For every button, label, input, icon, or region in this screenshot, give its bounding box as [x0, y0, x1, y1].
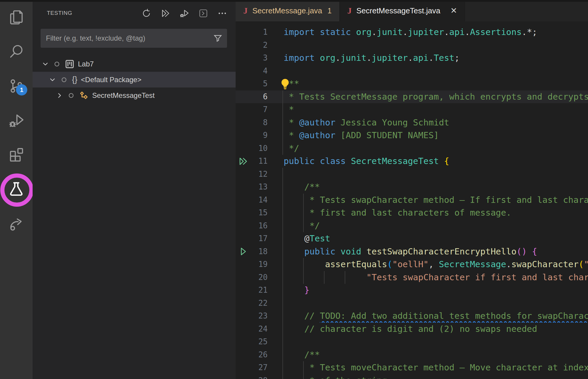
code-line-10[interactable]: 10 */: [236, 142, 588, 155]
close-tab-icon[interactable]: ✕: [450, 6, 457, 15]
test-filter-input[interactable]: [41, 34, 213, 42]
code-line-3[interactable]: 3import org.junit.jupiter.api.Test;: [236, 52, 588, 65]
gutter: [236, 323, 251, 336]
tree-item--default-package-[interactable]: {}<Default Package>: [33, 72, 236, 87]
extensions-icon: [8, 147, 24, 163]
code-text: // character is digit and (2) no swaps n…: [268, 323, 588, 336]
code-text: @Test: [268, 232, 588, 245]
indent-guide: [282, 168, 283, 181]
gutter: [236, 181, 251, 194]
window-top-edge: [0, 0, 588, 2]
code-line-22[interactable]: 22: [236, 297, 588, 310]
code-line-7[interactable]: 7 *: [236, 103, 588, 116]
code-line-27[interactable]: 27 * Tests moveCharacter method – Move c…: [236, 361, 588, 374]
code-editor[interactable]: 1import static org.junit.jupiter.api.Ass…: [236, 21, 588, 379]
code-line-13[interactable]: 13 /**: [236, 181, 588, 194]
sidebar-title: TESTING: [47, 10, 72, 16]
line-number: 16: [251, 219, 268, 233]
indent-guide: [282, 181, 283, 194]
testing-sidebar: TESTING Lab7{}<Default Package>SecretMes…: [33, 0, 236, 379]
code-text: import static org.junit.jupiter.api.Asse…: [268, 26, 588, 39]
tree-item-label: <Default Package>: [81, 76, 141, 84]
debug-all-tests-button[interactable]: [179, 8, 189, 18]
activity-item-testing[interactable]: [0, 172, 33, 206]
editor-tab-secretmessagetest-java[interactable]: JSecretMessageTest.java✕: [340, 0, 465, 21]
vscode-window: 1 TESTING Lab7{}<Default Package>SecretM…: [0, 0, 588, 379]
open-test-panel-button[interactable]: [198, 8, 208, 18]
activity-item-extensions[interactable]: [0, 138, 33, 172]
activity-item-search[interactable]: [0, 34, 33, 69]
gutter: [236, 232, 251, 245]
gutter-run-test-icon[interactable]: [236, 245, 251, 258]
activity-item-source-control[interactable]: 1: [0, 69, 33, 103]
activity-item-explorer[interactable]: [0, 0, 33, 34]
tab-label: SecretMessageTest.java: [356, 6, 440, 15]
refresh-tests-button[interactable]: [141, 8, 151, 18]
indent-guide: [303, 374, 304, 379]
code-text: public class SecretMessageTest {: [268, 155, 588, 168]
code-line-14[interactable]: 14 * Tests swapCharacter method – If fir…: [236, 194, 588, 207]
code-text: *: [268, 103, 588, 116]
code-text: public void testSwapCharacterEncryptHell…: [268, 245, 588, 258]
code-line-17[interactable]: 17 @Test: [236, 232, 588, 245]
code-line-28[interactable]: 28 * of the string: [236, 374, 588, 379]
indent-guide: [282, 271, 283, 284]
code-line-21[interactable]: 21 }: [236, 284, 588, 297]
indent-guide: [282, 323, 283, 336]
code-line-1[interactable]: 1import static org.junit.jupiter.api.Ass…: [236, 26, 588, 39]
code-line-12[interactable]: 12: [236, 168, 588, 181]
code-line-9[interactable]: 9 * @author [ADD STUDENT NAMES]: [236, 129, 588, 142]
lightbulb-icon[interactable]: [279, 78, 291, 90]
code-line-8[interactable]: 8 * @author Jessica Young Schmidt: [236, 116, 588, 129]
sidebar-toolbar: [141, 8, 227, 18]
code-line-23[interactable]: 23 // TODO: Add two additional test meth…: [236, 310, 588, 323]
line-number: 20: [251, 271, 268, 284]
gutter: [236, 142, 251, 155]
indent-guide: [282, 129, 283, 142]
code-line-5[interactable]: 5/**: [236, 77, 588, 90]
code-line-26[interactable]: 26 /**: [236, 348, 588, 362]
line-number: 21: [251, 284, 268, 297]
gutter: [236, 219, 251, 233]
code-line-11[interactable]: 11public class SecretMessageTest {: [236, 155, 588, 168]
code-line-18[interactable]: 18 public void testSwapCharacterEncryptH…: [236, 245, 588, 258]
gutter-run-all-test-icon[interactable]: [236, 155, 251, 168]
code-line-15[interactable]: 15 * first and last characters of messag…: [236, 206, 588, 219]
line-number: 5: [251, 77, 268, 90]
indent-guide: [282, 245, 283, 258]
gutter: [236, 129, 251, 142]
chevron-down-icon[interactable]: [41, 60, 49, 68]
project-icon: [65, 59, 74, 69]
indent-guide: [345, 271, 345, 284]
indent-guide: [303, 258, 304, 271]
activity-item-live-share[interactable]: [0, 206, 33, 241]
code-line-16[interactable]: 16 */: [236, 219, 588, 233]
line-number: 23: [251, 310, 268, 323]
line-number: 18: [251, 245, 268, 258]
line-number: 14: [251, 194, 268, 207]
code-line-2[interactable]: 2: [236, 39, 588, 52]
code-text: */: [268, 219, 588, 233]
code-text: * @author Jessica Young Schmidt: [268, 116, 588, 129]
code-line-24[interactable]: 24 // character is digit and (2) no swap…: [236, 323, 588, 336]
code-text: }: [268, 284, 588, 297]
editor-tab-secretmessage-java[interactable]: JSecretMessage.java1: [236, 0, 340, 21]
code-line-25[interactable]: 25: [236, 335, 588, 348]
filter-funnel-icon[interactable]: [213, 34, 222, 43]
code-line-6[interactable]: 6 * Tests SecretMessage program, which e…: [236, 90, 588, 103]
activity-item-run-debug[interactable]: [0, 103, 33, 138]
editor-tab-bar: JSecretMessage.java1JSecretMessageTest.j…: [236, 0, 588, 21]
chevron-right-icon[interactable]: [56, 92, 63, 99]
run-debug-icon: [8, 112, 24, 128]
line-number: 19: [251, 258, 268, 271]
run-all-tests-button[interactable]: [160, 8, 170, 18]
code-line-20[interactable]: 20 "Tests swapCharacter if first and las…: [236, 271, 588, 284]
code-line-4[interactable]: 4: [236, 65, 588, 78]
more-actions-button[interactable]: [217, 8, 227, 18]
code-line-19[interactable]: 19 assertEquals("oellH", SecretMessage.s…: [236, 258, 588, 271]
tree-item-lab7[interactable]: Lab7: [33, 56, 236, 72]
line-number: 22: [251, 297, 268, 310]
chevron-down-icon[interactable]: [49, 76, 56, 84]
indent-guide: [282, 348, 283, 362]
tree-item-secretmessagetest[interactable]: SecretMessageTest: [33, 87, 236, 103]
